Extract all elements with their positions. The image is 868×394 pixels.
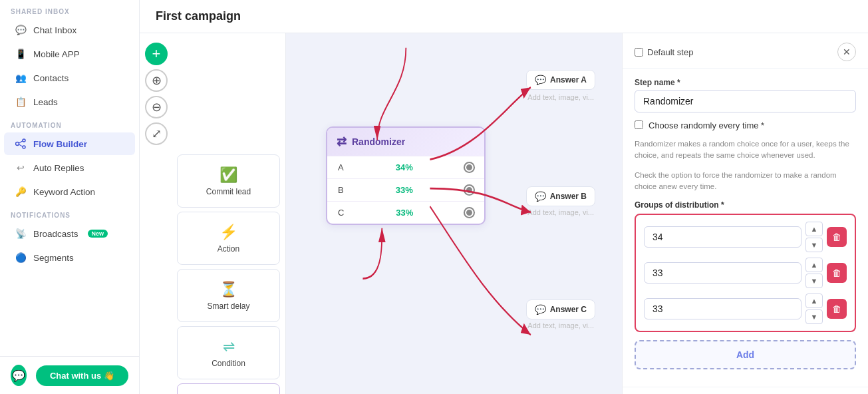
smart-delay-icon: ⏳ <box>219 281 237 298</box>
sidebar-item-label: Leads <box>33 97 58 107</box>
randomizer-node[interactable]: ⇄ Randomizer A 34% B 33% C 33% <box>326 126 486 225</box>
sidebar-item-label: Auto Replies <box>33 163 84 173</box>
row-pct-b: 33% <box>396 185 413 195</box>
row-label-c: C <box>338 208 344 218</box>
row-dot-b <box>465 186 474 194</box>
main-header: First campaign <box>140 0 868 33</box>
add-button[interactable]: + <box>145 43 168 65</box>
tools-list: ✅ Commit lead ⚡ Action ⏳ Smart delay ⇌ C… <box>177 154 280 394</box>
group-down-2[interactable]: ▼ <box>805 309 823 324</box>
info-text-2: Check the option to force the randomizer… <box>635 170 856 193</box>
default-step-label: Default step <box>647 47 693 57</box>
sidebar-item-label: Contacts <box>33 73 69 83</box>
answer-b-bubble[interactable]: 💬 Answer B <box>526 186 595 206</box>
group-up-0[interactable]: ▲ <box>805 222 823 236</box>
sidebar-item-label: Chat Inbox <box>33 25 76 35</box>
row-dot-c <box>465 208 474 217</box>
action-icon: ⚡ <box>219 224 237 241</box>
sidebar-item-leads[interactable]: 📋 Leads <box>4 91 135 113</box>
answer-a-addtext: Add text, image, vi... <box>527 93 594 101</box>
group-row-1: ▲ ▼ 🗑 <box>644 258 847 288</box>
randomizer-row-b: B 33% <box>327 178 484 201</box>
answer-c-bubble[interactable]: 💬 Answer C <box>526 299 595 319</box>
answer-a-label: Answer A <box>550 75 587 85</box>
tools-panel: + ⊕ ⊖ ⤢ ✅ Commit lead ⚡ Action ⏳ Smart d… <box>140 33 286 394</box>
group-input-0[interactable] <box>644 226 801 248</box>
tool-label: Commit lead <box>206 187 251 196</box>
svg-line-3 <box>19 141 23 143</box>
sidebar-item-label: Broadcasts <box>33 229 78 239</box>
sidebar-item-chat-inbox[interactable]: 💬 Chat Inbox <box>4 19 135 41</box>
randomizer-header: ⇄ Randomizer <box>327 128 484 156</box>
randomizer-shuffle-icon: ⇄ <box>337 134 347 149</box>
row-label-b: B <box>338 185 344 195</box>
arrow-btns-1: ▲ ▼ <box>805 258 823 288</box>
tool-smart-delay[interactable]: ⏳ Smart delay <box>177 269 280 322</box>
zoom-in-button[interactable]: ⊕ <box>145 69 168 92</box>
svg-line-4 <box>19 144 23 146</box>
tool-commit-lead[interactable]: ✅ Commit lead <box>177 154 280 208</box>
fit-button[interactable]: ⤢ <box>145 122 168 145</box>
group-down-1[interactable]: ▼ <box>805 274 823 288</box>
chat-icon-a: 💬 <box>535 75 546 85</box>
sidebar-item-segments[interactable]: 🔵 Segments <box>4 246 135 269</box>
sidebar-item-keyword-action[interactable]: 🔑 Keyword Action <box>4 180 135 203</box>
zoom-out-button[interactable]: ⊖ <box>145 96 168 118</box>
randomizer-row-a: A 34% <box>327 156 484 178</box>
chat-icon-b: 💬 <box>535 191 546 202</box>
randomizer-title: Randomizer <box>352 136 405 147</box>
close-button[interactable]: ✕ <box>837 43 856 61</box>
group-delete-1[interactable]: 🗑 <box>827 263 847 283</box>
sidebar-item-contacts[interactable]: 👥 Contacts <box>4 67 135 89</box>
choose-randomly-row: Choose randomly every time * <box>635 120 856 130</box>
group-up-1[interactable]: ▲ <box>805 258 823 272</box>
groups-box: ▲ ▼ 🗑 ▲ ▼ 🗑 <box>635 214 856 332</box>
default-step-check[interactable]: Default step <box>635 47 693 57</box>
tool-action[interactable]: ⚡ Action <box>177 212 280 265</box>
main-area: First campaign + ⊕ ⊖ ⤢ ✅ Commit lead ⚡ A… <box>140 0 868 394</box>
group-input-2[interactable] <box>644 298 801 319</box>
sidebar-item-mobile-app[interactable]: 📱 Mobile APP <box>4 43 135 65</box>
action-buttons: Save Remove <box>623 387 868 394</box>
choose-randomly-checkbox[interactable] <box>635 120 643 129</box>
answer-a-bubble[interactable]: 💬 Answer A <box>526 70 595 90</box>
arrow-btns-0: ▲ ▼ <box>805 222 823 252</box>
right-panel-header: Default step ✕ <box>623 33 868 69</box>
right-panel-body: Step name * Choose randomly every time *… <box>623 69 868 379</box>
new-badge: New <box>88 230 108 238</box>
default-step-checkbox[interactable] <box>635 48 643 57</box>
arrow-btns-2: ▲ ▼ <box>805 294 823 324</box>
chat-inbox-icon: 💬 <box>15 24 27 36</box>
tool-condition[interactable]: ⇌ Condition <box>177 326 280 379</box>
group-row-0: ▲ ▼ 🗑 <box>644 222 847 252</box>
group-delete-0[interactable]: 🗑 <box>827 227 847 247</box>
add-group-button[interactable]: Add <box>635 340 856 369</box>
sidebar-item-label: Keyword Action <box>33 187 95 197</box>
leads-icon: 📋 <box>15 96 27 108</box>
condition-icon: ⇌ <box>223 338 235 355</box>
answer-b-label: Answer B <box>550 192 587 201</box>
choose-randomly-label: Choose randomly every time * <box>649 120 764 130</box>
right-panel: Default step ✕ Step name * Choose random… <box>622 33 868 394</box>
answer-b-addtext: Add text, image, vi... <box>527 208 594 216</box>
sidebar: SHARED INBOX 💬 Chat Inbox 📱 Mobile APP 👥… <box>0 0 140 394</box>
chat-with-us-button[interactable]: Chat with us 👋 <box>36 365 128 386</box>
sidebar-item-flow-builder[interactable]: Flow Builder <box>4 132 135 155</box>
sidebar-item-auto-replies[interactable]: ↩ Auto Replies <box>4 156 135 179</box>
mobile-app-icon: 📱 <box>15 48 27 60</box>
row-dot-a <box>465 163 474 172</box>
tool-randomizer[interactable]: ⇄ Randomizer <box>177 383 280 394</box>
sidebar-bottom: 💬 Chat with us 👋 <box>0 356 139 394</box>
group-down-0[interactable]: ▼ <box>805 238 823 252</box>
group-up-2[interactable]: ▲ <box>805 294 823 308</box>
row-label-a: A <box>338 162 344 172</box>
randomizer-row-c: C 33% <box>327 201 484 224</box>
group-input-1[interactable] <box>644 262 801 284</box>
flow-builder-icon <box>15 138 27 150</box>
sidebar-item-broadcasts[interactable]: 📡 Broadcasts New <box>4 222 135 245</box>
step-name-input[interactable] <box>635 90 856 112</box>
contacts-icon: 👥 <box>15 72 27 84</box>
group-delete-2[interactable]: 🗑 <box>827 299 847 319</box>
canvas-area[interactable]: ⇄ Randomizer A 34% B 33% C 33% <box>286 33 622 394</box>
chat-bubble-icon: 💬 <box>11 365 27 386</box>
